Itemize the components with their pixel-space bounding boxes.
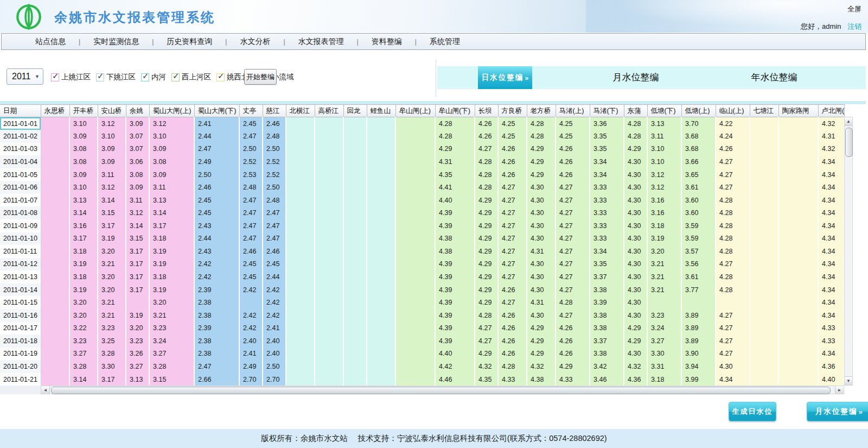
grid-cell[interactable]: 3.31 xyxy=(647,360,681,373)
grid-cell[interactable]: 4.29 xyxy=(527,155,556,168)
grid-cell[interactable]: 4.30 xyxy=(527,270,556,283)
grid-cell[interactable] xyxy=(315,168,343,181)
checkbox-3[interactable]: ✓ xyxy=(171,73,180,81)
grid-cell[interactable]: 2.41 xyxy=(239,348,263,361)
grid-cell[interactable]: 4.29 xyxy=(527,168,556,181)
date-cell[interactable]: 2011-01-07 xyxy=(0,194,41,207)
grid-cell[interactable]: 3.38 xyxy=(590,348,624,361)
grid-cell[interactable] xyxy=(750,322,778,335)
grid-cell[interactable]: 3.21 xyxy=(647,283,681,296)
grid-cell[interactable] xyxy=(395,117,435,130)
grid-cell[interactable]: 4.27 xyxy=(556,206,590,219)
grid-cell[interactable]: 3.94 xyxy=(681,360,716,373)
grid-cell[interactable]: 4.29 xyxy=(475,206,498,219)
grid-cell[interactable]: 4.38 xyxy=(527,373,556,386)
grid-cell[interactable]: 4.26 xyxy=(498,309,527,322)
grid-cell[interactable] xyxy=(286,194,315,207)
grid-cell[interactable]: 3.23 xyxy=(98,322,126,335)
grid-cell[interactable]: 4.26 xyxy=(498,283,527,296)
date-cell[interactable]: 2011-01-20 xyxy=(0,360,41,373)
grid-cell[interactable]: 3.21 xyxy=(98,258,126,271)
grid-cell[interactable] xyxy=(286,283,315,296)
grid-cell[interactable]: 4.34 xyxy=(818,245,844,258)
grid-cell[interactable]: 3.33 xyxy=(590,219,624,232)
grid-cell[interactable]: 2.46 xyxy=(263,245,286,258)
grid-cell[interactable]: 2.45 xyxy=(239,117,263,130)
grid-cell[interactable]: 3.27 xyxy=(149,348,194,361)
grid-cell[interactable]: 4.39 xyxy=(435,283,475,296)
grid-cell[interactable] xyxy=(343,181,367,194)
grid-cell[interactable] xyxy=(778,155,818,168)
grid-cell[interactable] xyxy=(315,155,343,168)
grid-cell[interactable]: 4.30 xyxy=(624,181,647,194)
grid-cell[interactable] xyxy=(395,168,435,181)
grid-cell[interactable]: 2.47 xyxy=(194,360,239,373)
grid-cell[interactable] xyxy=(395,143,435,156)
grid-cell[interactable]: 3.57 xyxy=(681,245,716,258)
grid-cell[interactable] xyxy=(343,143,367,156)
grid-cell[interactable]: 4.40 xyxy=(435,348,475,361)
checkbox-4[interactable]: ✓ xyxy=(216,73,225,81)
grid-cell[interactable] xyxy=(286,232,315,245)
grid-cell[interactable]: 3.12 xyxy=(647,181,681,194)
grid-cell[interactable]: 3.30 xyxy=(647,348,681,361)
grid-cell[interactable] xyxy=(286,219,315,232)
grid-cell[interactable]: 4.33 xyxy=(818,322,844,335)
nav-item-6[interactable]: 系统管理 xyxy=(417,37,473,47)
grid-cell[interactable]: 3.12 xyxy=(647,168,681,181)
grid-cell[interactable]: 2.46 xyxy=(263,117,286,130)
grid-cell[interactable]: 4.26 xyxy=(556,322,590,335)
grid-cell[interactable] xyxy=(750,181,778,194)
grid-cell[interactable]: 4.27 xyxy=(556,219,590,232)
grid-cell[interactable]: 3.14 xyxy=(149,206,194,219)
grid-cell[interactable]: 3.35 xyxy=(590,130,624,143)
grid-cell[interactable]: 4.25 xyxy=(556,130,590,143)
grid-cell[interactable]: 4.28 xyxy=(527,130,556,143)
grid-cell[interactable]: 3.17 xyxy=(126,245,149,258)
grid-cell[interactable]: 4.26 xyxy=(716,143,750,156)
date-cell[interactable]: 2011-01-10 xyxy=(0,232,41,245)
grid-cell[interactable] xyxy=(315,335,343,348)
grid-cell[interactable] xyxy=(778,348,818,361)
grid-cell[interactable]: 4.34 xyxy=(818,194,844,207)
grid-cell[interactable]: 3.15 xyxy=(149,373,194,386)
generate-daily-button[interactable]: 生成日水位 xyxy=(729,402,776,421)
grid-cell[interactable]: 4.33 xyxy=(556,373,590,386)
grid-cell[interactable]: 4.26 xyxy=(475,117,498,130)
grid-cell[interactable]: 4.39 xyxy=(435,335,475,348)
grid-cell[interactable]: 4.33 xyxy=(818,335,844,348)
grid-cell[interactable]: 4.26 xyxy=(556,335,590,348)
date-cell[interactable]: 2011-01-02 xyxy=(0,130,41,143)
grid-cell[interactable]: 4.39 xyxy=(435,296,475,309)
grid-cell[interactable]: 3.19 xyxy=(69,258,98,271)
grid-cell[interactable] xyxy=(343,155,367,168)
grid-cell[interactable] xyxy=(778,270,818,283)
grid-cell[interactable]: 4.29 xyxy=(624,322,647,335)
grid-cell[interactable]: 4.30 xyxy=(624,348,647,361)
grid-cell[interactable] xyxy=(367,348,395,361)
date-cell[interactable]: 2011-01-03 xyxy=(0,143,41,156)
grid-cell[interactable]: 4.28 xyxy=(716,245,750,258)
grid-cell[interactable]: 4.30 xyxy=(527,258,556,271)
grid-cell[interactable] xyxy=(367,143,395,156)
grid-cell[interactable]: 3.08 xyxy=(149,155,194,168)
grid-cell[interactable] xyxy=(315,143,343,156)
grid-cell[interactable]: 4.27 xyxy=(716,168,750,181)
grid-cell[interactable]: 3.13 xyxy=(69,194,98,207)
grid-cell[interactable]: 4.27 xyxy=(716,258,750,271)
grid-cell[interactable]: 4.29 xyxy=(475,232,498,245)
grid-cell[interactable]: 4.29 xyxy=(475,245,498,258)
grid-cell[interactable]: 3.24 xyxy=(647,322,681,335)
grid-cell[interactable] xyxy=(286,322,315,335)
grid-cell[interactable]: 4.27 xyxy=(716,309,750,322)
grid-cell[interactable]: 4.26 xyxy=(498,143,527,156)
grid-cell[interactable] xyxy=(367,155,395,168)
grid-cell[interactable] xyxy=(750,155,778,168)
grid-cell[interactable] xyxy=(778,322,818,335)
grid-cell[interactable] xyxy=(41,232,69,245)
grid-cell[interactable]: 3.23 xyxy=(149,322,194,335)
grid-cell[interactable]: 4.27 xyxy=(475,143,498,156)
grid-cell[interactable]: 2.46 xyxy=(239,245,263,258)
tab-monthly-water-level[interactable]: 月水位整编 xyxy=(592,71,679,84)
grid-cell[interactable] xyxy=(41,155,69,168)
